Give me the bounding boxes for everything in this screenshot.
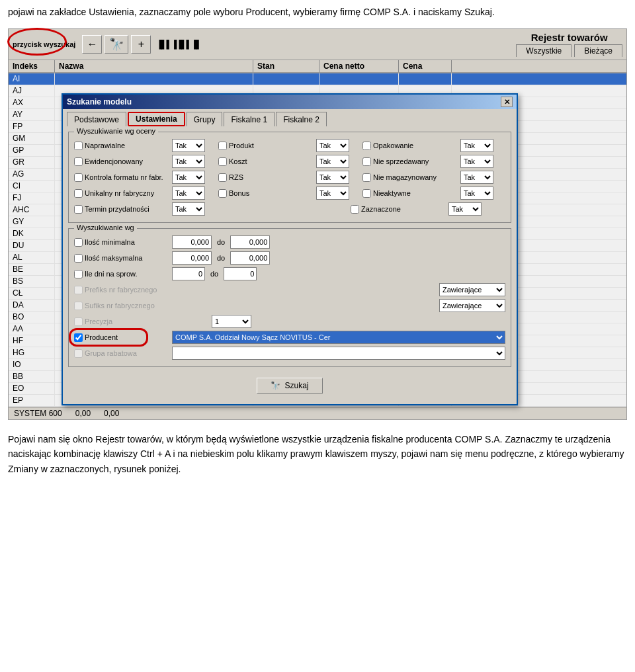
prefiks-label: Prefiks nr fabrycznego — [85, 286, 157, 294]
termin-group: Termin przydatności — [74, 205, 167, 214]
nie-magazynowany-dropdown[interactable]: Tak — [460, 171, 493, 184]
unikalny-label: Unikalny nr fabryczny — [85, 189, 154, 197]
dni-to[interactable] — [224, 267, 257, 280]
unikalny-checkbox[interactable] — [74, 189, 83, 198]
rzs-group: RZS — [218, 173, 311, 182]
barcode-icon: ▐▌▌▐▐▌▌▐▌ — [156, 40, 201, 49]
top-description: pojawi na zakładce Ustawienia, zaznaczam… — [0, 0, 635, 23]
opakowanie-checkbox[interactable] — [362, 142, 371, 150]
grupa-rabatowa-checkbox[interactable] — [74, 349, 83, 358]
termin-dropdown[interactable]: Tak — [172, 202, 205, 216]
sufiks-group: Sufiks nr fabrycznego — [74, 302, 167, 310]
zaznaczone-dropdown[interactable]: Tak — [448, 202, 482, 216]
nie-sprzedawany-dropdown[interactable]: Tak — [460, 155, 493, 168]
binoculars-button[interactable]: 🔭 — [105, 35, 128, 54]
dni-to-label: do — [210, 270, 218, 278]
produkt-group: Produkt — [218, 142, 311, 150]
section-wg-oceny-label: Wyszukiwanie wg oceny — [74, 127, 158, 135]
prefiks-zawierajace-dropdown[interactable]: Zawierające — [439, 283, 505, 296]
ilosc-max-group: Ilość maksymalna — [74, 254, 167, 263]
nie-magazynowany-label: Nie magazynowany — [373, 173, 437, 181]
opakowanie-dropdown[interactable]: Tak — [460, 139, 493, 152]
nie-magazynowany-checkbox[interactable] — [362, 173, 371, 182]
ilosc-max-row: Ilość maksymalna do — [74, 251, 505, 265]
bonus-checkbox[interactable] — [218, 189, 227, 198]
ilosc-max-to[interactable] — [230, 251, 270, 265]
dni-label: Ile dni na sprow. — [85, 270, 138, 278]
rejestr-title: Rejestr towarów — [531, 32, 608, 43]
nieaktywne-dropdown[interactable]: Tak — [460, 187, 493, 200]
modal-content: Wyszukiwanie wg oceny Naprawialne Tak — [63, 126, 517, 404]
koszt-dropdown[interactable]: Tak — [316, 155, 349, 168]
bonus-label: Bonus — [229, 189, 249, 197]
sufiks-row: Sufiks nr fabrycznego Zawierające — [74, 299, 505, 312]
tab-fiskalne2[interactable]: Fiskalne 2 — [276, 112, 327, 126]
grupa-rabatowa-row: Grupa rabatowa — [74, 347, 505, 360]
add-button[interactable]: + — [131, 35, 151, 54]
tab-fiskalne1[interactable]: Fiskalne 1 — [224, 112, 275, 126]
ilosc-min-from[interactable] — [172, 235, 212, 249]
rzs-checkbox[interactable] — [218, 173, 227, 182]
dni-group: Ile dni na sprow. — [74, 270, 167, 278]
grupa-rabatowa-dropdown[interactable] — [172, 347, 505, 360]
naprawialne-dropdown[interactable]: Tak — [172, 139, 205, 152]
sufiks-zawierajace-dropdown[interactable]: Zawierające — [439, 299, 505, 312]
kontrola-dropdown[interactable]: Tak — [172, 171, 205, 184]
zaznaczone-label: Zaznaczone — [361, 205, 401, 213]
nie-sprzedawany-checkbox[interactable] — [362, 157, 371, 166]
tab-grupy[interactable]: Grupy — [187, 112, 223, 126]
form-row-1: Naprawialne Tak Produkt Tak Opakowanie — [74, 139, 505, 152]
prefiks-checkbox[interactable] — [74, 286, 83, 294]
naprawialne-label: Naprawialne — [85, 142, 125, 149]
bonus-dropdown[interactable]: Tak — [316, 187, 349, 200]
tab-biezace[interactable]: Bieżące — [574, 44, 622, 57]
col-indeks-header: Indeks — [9, 60, 55, 72]
zaznaczone-checkbox[interactable] — [351, 205, 359, 214]
status-bar: SYSTEM 600 0,00 0,00 — [9, 407, 626, 419]
sufiks-label: Sufiks nr fabrycznego — [85, 302, 155, 310]
form-row-3: Kontrola formatu nr fabr. Tak RZS Tak Ni… — [74, 171, 505, 184]
naprawialne-group: Naprawialne — [74, 142, 167, 150]
modal-close-button[interactable]: ✕ — [501, 97, 513, 107]
ilosc-max-from[interactable] — [172, 251, 212, 265]
rzs-dropdown[interactable]: Tak — [316, 171, 349, 184]
producent-checkbox[interactable] — [74, 333, 83, 342]
search-button[interactable]: 🔭 Szukaj — [257, 378, 322, 394]
section-wg-oceny-rows: Naprawialne Tak Produkt Tak Opakowanie — [74, 139, 505, 216]
table-row[interactable]: AI — [9, 73, 626, 85]
precyzja-dropdown[interactable]: 1 — [212, 315, 251, 328]
dni-from[interactable] — [172, 267, 205, 280]
ilosc-max-checkbox[interactable] — [74, 254, 83, 263]
ilosc-min-to[interactable] — [230, 235, 270, 249]
nieaktywne-checkbox[interactable] — [362, 189, 371, 198]
modal-titlebar: Szukanie modelu ✕ — [63, 95, 517, 109]
nie-sprzedawany-group: Nie sprzedawany — [362, 157, 455, 166]
back-button[interactable]: ← — [82, 35, 102, 54]
tab-wszystkie[interactable]: Wszystkie — [516, 44, 572, 57]
opakowanie-label: Opakowanie — [373, 142, 413, 149]
ewidencjonowany-label: Ewidencjonowany — [85, 157, 143, 165]
dni-checkbox[interactable] — [74, 270, 83, 278]
col-cena-header: Cena — [399, 60, 452, 72]
bonus-group: Bonus — [218, 189, 311, 198]
kontrola-checkbox[interactable] — [74, 173, 83, 182]
precyzja-checkbox[interactable] — [74, 317, 83, 326]
koszt-checkbox[interactable] — [218, 157, 227, 166]
naprawialne-checkbox[interactable] — [74, 142, 83, 150]
ilosc-min-label: Ilość minimalna — [85, 238, 135, 246]
ilosc-min-checkbox[interactable] — [74, 238, 83, 247]
tab-ustawienia[interactable]: Ustawienia — [128, 112, 185, 126]
tab-podstawowe[interactable]: Podstawowe — [67, 112, 126, 126]
unikalny-dropdown[interactable]: Tak — [172, 187, 205, 200]
search-modal: Szukanie modelu ✕ Podstawowe Ustawienia … — [62, 93, 518, 405]
ilosc-min-to-label: do — [217, 238, 225, 246]
sufiks-checkbox[interactable] — [74, 302, 83, 310]
ewidencjonowany-dropdown[interactable]: Tak — [172, 155, 205, 168]
ewidencjonowany-checkbox[interactable] — [74, 157, 83, 166]
produkt-dropdown[interactable]: Tak — [316, 139, 349, 152]
add-icon: + — [138, 38, 144, 50]
produkt-checkbox[interactable] — [218, 142, 227, 150]
producent-dropdown[interactable]: COMP S.A. Oddział Nowy Sącz NOVITUS - Ce… — [172, 331, 505, 344]
termin-checkbox[interactable] — [74, 205, 83, 214]
nieaktywne-label: Nieaktywne — [373, 189, 411, 197]
